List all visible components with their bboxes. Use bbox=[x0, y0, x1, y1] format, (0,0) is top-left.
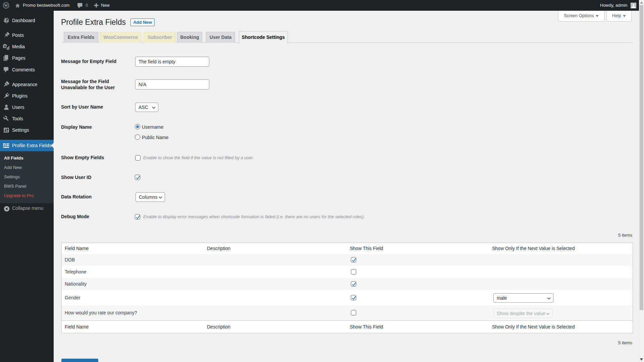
svg-text:W: W bbox=[4, 3, 8, 7]
